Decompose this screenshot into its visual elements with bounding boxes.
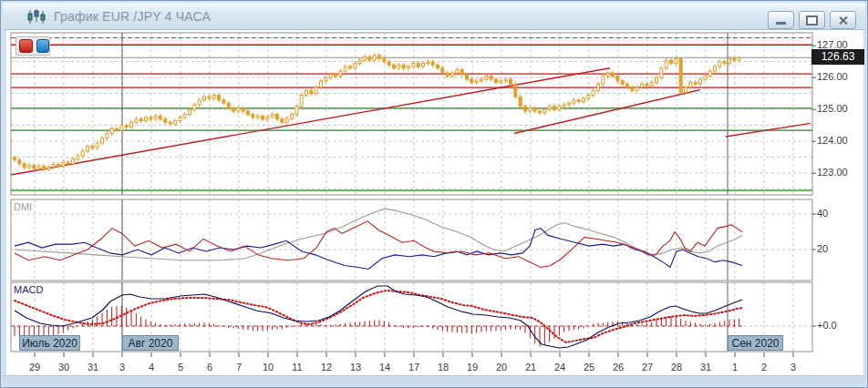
current-price-tag: 126.63 xyxy=(811,49,864,65)
date-axis-label: 29 xyxy=(25,362,45,373)
gridlines xyxy=(11,33,812,352)
chart-window: График EUR /JPY 4 ЧАСА DMI MACD 126.63 И… xyxy=(0,0,868,388)
macd-indicator-label: MACD xyxy=(14,284,43,295)
date-axis-label: 5 xyxy=(170,362,191,373)
date-axis-label: 19 xyxy=(462,362,482,373)
date-axis-label: 14 xyxy=(375,362,395,373)
dmi-axis-label: 20 xyxy=(817,243,828,254)
date-axis-label: 25 xyxy=(579,362,599,373)
price-axis-label: 127.00 xyxy=(817,39,848,50)
month-label-september: Сен 2020 xyxy=(728,335,783,351)
date-axis-label: 2 xyxy=(754,362,774,373)
date-axis-label: 1 xyxy=(725,362,745,373)
date-axis-label: 3 xyxy=(112,362,132,373)
date-axis-label: 13 xyxy=(346,362,366,373)
window-bottom-strip[interactable] xyxy=(3,375,865,385)
chart-mini-toolbar xyxy=(16,36,50,56)
macd-plot xyxy=(11,286,744,348)
price-axis-label: 125.00 xyxy=(817,103,848,114)
date-axis-label: 31 xyxy=(696,362,716,373)
date-axis-label: 3 xyxy=(783,362,803,373)
date-axis-label: 7 xyxy=(229,362,249,373)
macd-axis-label: +0.0 xyxy=(817,320,837,331)
date-axis-label: 17 xyxy=(404,362,424,373)
date-axis-label: 10 xyxy=(258,362,278,373)
price-axis-label: 124.00 xyxy=(817,135,848,146)
date-axis-label: 30 xyxy=(54,362,74,373)
date-axis-label: 6 xyxy=(200,362,220,373)
date-axis-label: 18 xyxy=(433,362,453,373)
date-axis-label: 20 xyxy=(491,362,512,373)
date-axis-label: 4 xyxy=(141,362,161,373)
axis-ticks xyxy=(35,46,816,357)
price-chart-canvas[interactable] xyxy=(1,1,868,388)
date-axis-label: 31 xyxy=(83,362,103,373)
date-axis-label: 26 xyxy=(608,362,628,373)
month-separator-lines xyxy=(122,33,728,352)
dmi-axis-label: 40 xyxy=(817,208,828,219)
month-label-july: Июль 2020 xyxy=(19,335,80,351)
price-axis-label: 123.00 xyxy=(817,167,848,178)
date-axis-label: 28 xyxy=(666,362,687,373)
support-resistance-levels xyxy=(11,38,812,191)
panel-borders xyxy=(11,33,812,352)
sell-marker-icon[interactable] xyxy=(19,39,33,53)
date-axis-label: 11 xyxy=(287,362,307,373)
date-axis-label: 21 xyxy=(521,362,541,373)
date-axis-label: 24 xyxy=(550,362,570,373)
buy-marker-icon[interactable] xyxy=(36,39,50,53)
date-axis-label: 27 xyxy=(637,362,657,373)
dmi-lines xyxy=(15,209,742,269)
dmi-indicator-label: DMI xyxy=(14,201,32,212)
month-label-august: Авг 2020 xyxy=(122,335,179,351)
date-axis-label: 12 xyxy=(316,362,336,373)
price-axis-label: 126.00 xyxy=(817,71,848,82)
